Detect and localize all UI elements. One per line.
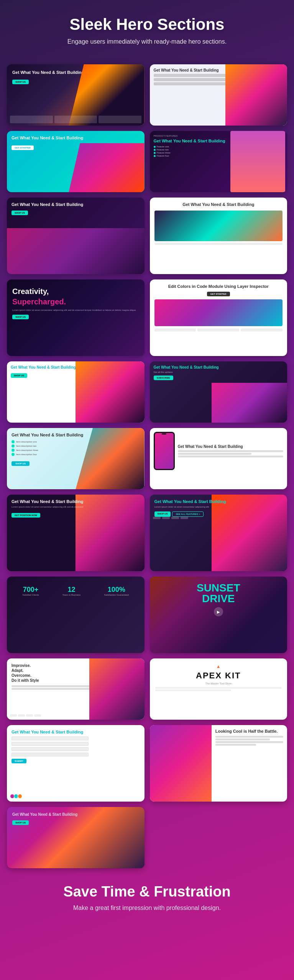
card-11: Get What You Need & Start Building Item …: [7, 428, 145, 489]
card-6-preview: [154, 211, 283, 241]
card-8: Edit Colors in Code Module Using Layer I…: [150, 279, 287, 356]
card-14-title: Get What You Need & Start Building: [154, 499, 283, 504]
card-2: Get What You Need & Start Building: [150, 64, 287, 126]
card-2-image: [225, 64, 287, 126]
card-8-bottom: [154, 328, 283, 332]
stat-1: 700+ Satisfied Clients: [23, 586, 39, 596]
phone-mockup: [154, 432, 175, 470]
list-item-1-text: Feature one: [157, 145, 169, 148]
field-4[interactable]: [11, 753, 89, 756]
card-4: PRODUCT FEATURES Get What You Need & Sta…: [150, 131, 287, 192]
card-14-btn1[interactable]: SHOP US: [154, 511, 171, 517]
cool-content: Looking Cool is Half the Battle.: [212, 725, 287, 802]
cool-line-2: [215, 738, 270, 740]
card-5-bg: [7, 228, 145, 274]
card-7-accent-text: Supercharged.: [12, 297, 139, 306]
check-mark-4: [11, 453, 15, 456]
card-5-btn[interactable]: SHOP US: [11, 211, 28, 215]
improvise-card: Improvise. Adapt. Overcome. Do it with S…: [7, 658, 145, 720]
check-mark-2: [11, 444, 15, 448]
card-14-logos: [153, 517, 284, 519]
apex-logo-icon: ▲: [155, 664, 282, 669]
card-3-inner: Get What You Need & Start Building GET S…: [7, 131, 145, 192]
cool-title: Looking Cool is Half the Battle.: [215, 729, 283, 733]
card-3-content: Get What You Need & Start Building GET S…: [7, 131, 145, 155]
imp-logo-4: [34, 714, 41, 717]
phone-screen: [155, 433, 174, 469]
list-item-2-text: Feature two: [157, 149, 169, 151]
cards-grid: Get What You Need & Start Building SHOP …: [0, 64, 294, 868]
card-14-btn2[interactable]: SEE ALL FEATURES >: [172, 511, 204, 517]
form-btn[interactable]: SUBMIT: [11, 759, 26, 763]
field-3[interactable]: [11, 747, 89, 751]
apex-card: ▲ APEX KIT The Master Tool Store: [150, 658, 287, 720]
card-13-btn[interactable]: GET POSITION NOW: [11, 513, 40, 518]
stat-1-number: 700+: [23, 586, 39, 594]
card-4-content: PRODUCT FEATURES Get What You Need & Sta…: [150, 131, 287, 161]
check-item-3: Item description three: [11, 449, 140, 452]
check-item-2: Item description two: [11, 444, 140, 448]
landscape-text: Get What You Need & Start Building SHOP …: [7, 807, 145, 830]
cool-card: Looking Cool is Half the Battle.: [150, 725, 287, 802]
card-8-inner: Edit Colors in Code Module Using Layer I…: [150, 279, 287, 356]
improvise-logos: [10, 714, 76, 717]
footer-bar-1: [10, 116, 53, 123]
card-14-content: Get What You Need & Start Building Lorem…: [150, 495, 287, 521]
list-item-4-text: Feature four: [157, 155, 169, 157]
card-14-inner: Get What You Need & Start Building Lorem…: [150, 495, 287, 571]
card-11-btn[interactable]: SHOP US: [11, 461, 30, 466]
check-dot-1: [154, 146, 156, 148]
card-13-sub: Lorem ipsum dolor sit amet consectetur a…: [11, 505, 140, 508]
card-7-inner: Creativity, Supercharged. Lorem ipsum do…: [7, 279, 145, 356]
stats-grid: 700+ Satisfied Clients 12 Years in Busin…: [12, 582, 139, 600]
footer-subtitle: Make a great first impression with profe…: [8, 905, 286, 911]
card-11-content: Get What You Need & Start Building Item …: [7, 428, 145, 470]
card-3-btn[interactable]: GET STARTED: [11, 145, 34, 150]
field-2[interactable]: [11, 742, 89, 746]
imp-logo-3: [26, 714, 33, 717]
landscape-title: Get What You Need & Start Building: [12, 812, 139, 817]
card-11-title: Get What You Need & Start Building: [11, 433, 140, 437]
text-line-3: [178, 456, 284, 457]
field-1[interactable]: [11, 737, 89, 740]
card-5-title: Get What You Need & Start Building: [11, 202, 140, 207]
card-10-inner: Get What You Need & Start Building Get a…: [150, 361, 287, 423]
card-3: Get What You Need & Start Building GET S…: [7, 131, 145, 192]
card-9-btn[interactable]: SHOP US: [11, 373, 27, 378]
landscape-inner: Get What You Need & Start Building SHOP …: [7, 807, 145, 868]
stat-2-label: Years in Business: [62, 594, 80, 596]
improvise-image: [89, 658, 144, 720]
card-6-bottom: [154, 243, 283, 245]
footer-bar-3: [99, 116, 141, 123]
card-1-btn[interactable]: SHOP US: [12, 80, 29, 84]
cool-inner: Looking Cool is Half the Battle.: [150, 725, 287, 802]
card-13-inner: Get What You Need & Start Building Lorem…: [7, 495, 145, 571]
cool-image: [150, 725, 212, 802]
card-5: Get What You Need & Start Building SHOP …: [7, 198, 145, 274]
card-4-label: PRODUCT FEATURES: [154, 135, 284, 137]
card-9: Get What You Need & Start Building SHOP …: [7, 361, 145, 423]
card-11-checklist: Item description one Item description tw…: [11, 440, 140, 456]
list-item-3: Feature three: [154, 152, 284, 154]
cool-line-1: [215, 736, 283, 738]
bottom-bar-3: [241, 328, 283, 332]
avatar-row: [10, 794, 22, 799]
form-content: Get What You Need & Start Building SUBMI…: [7, 725, 145, 768]
card-7-btn[interactable]: SHOP US: [12, 315, 29, 319]
card-9-image: [76, 361, 144, 423]
check-dot-3: [154, 152, 156, 154]
card-10-btn[interactable]: SUBSCRIBE: [154, 376, 173, 380]
sunset-inner: SUNSET DRIVE ▶: [150, 577, 287, 653]
landscape-btn[interactable]: SHOP US: [12, 820, 29, 825]
cool-lines: [215, 736, 283, 746]
list-item-2: Feature two: [154, 149, 284, 151]
card-1-footer: [10, 116, 141, 123]
play-button[interactable]: ▶: [214, 607, 223, 616]
card-6-inner: Get What You Need & Start Building: [150, 198, 287, 274]
card-12-title: Get What You Need & Start Building: [178, 444, 284, 449]
sunset-line1: SUNSET: [156, 583, 281, 593]
improvise-inner: Improvise. Adapt. Overcome. Do it with S…: [7, 658, 145, 720]
card-8-btn[interactable]: GET STARTED: [207, 292, 230, 296]
bottom-bar-1: [154, 328, 196, 332]
card-4-title: Get What You Need & Start Building: [154, 139, 284, 143]
